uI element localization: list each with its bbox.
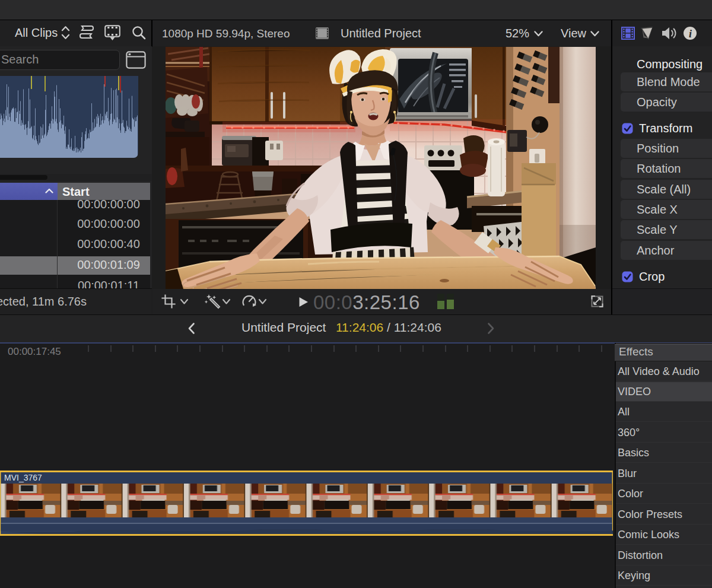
svg-text:MVI_3767: MVI_3767	[4, 473, 42, 482]
svg-text:i: i	[689, 28, 692, 40]
